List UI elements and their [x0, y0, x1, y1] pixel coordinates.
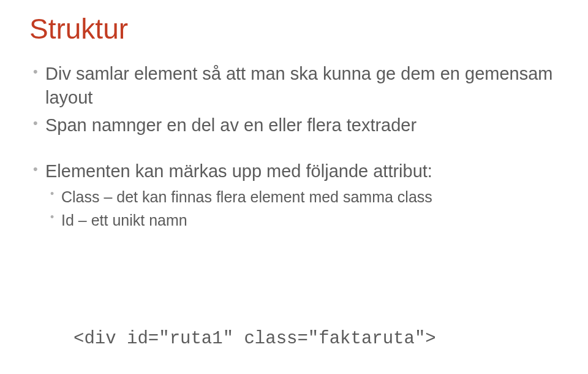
- spacer: [29, 141, 559, 159]
- slide: Struktur Div samlar element så att man s…: [0, 0, 588, 374]
- bullet-item: Elementen kan märkas upp med följande at…: [29, 159, 559, 232]
- sub-bullet-list: Class – det kan finnas flera element med…: [45, 186, 559, 232]
- bullet-list: Div samlar element så att man ska kunna …: [29, 62, 559, 137]
- slide-title: Struktur: [29, 13, 559, 45]
- sub-bullet-item: Id – ett unikt namn: [45, 209, 559, 231]
- bullet-text: Elementen kan märkas upp med följande at…: [45, 161, 432, 181]
- code-example: <div id="ruta1" class="faktaruta"> … </d…: [29, 253, 559, 374]
- bullet-item: Div samlar element så att man ska kunna …: [29, 62, 559, 110]
- code-line: <div id="ruta1" class="faktaruta">: [74, 322, 559, 357]
- bullet-list: Elementen kan märkas upp med följande at…: [29, 159, 559, 232]
- bullet-item: Span namnger en del av en eller flera te…: [29, 113, 559, 137]
- sub-bullet-item: Class – det kan finnas flera element med…: [45, 186, 559, 208]
